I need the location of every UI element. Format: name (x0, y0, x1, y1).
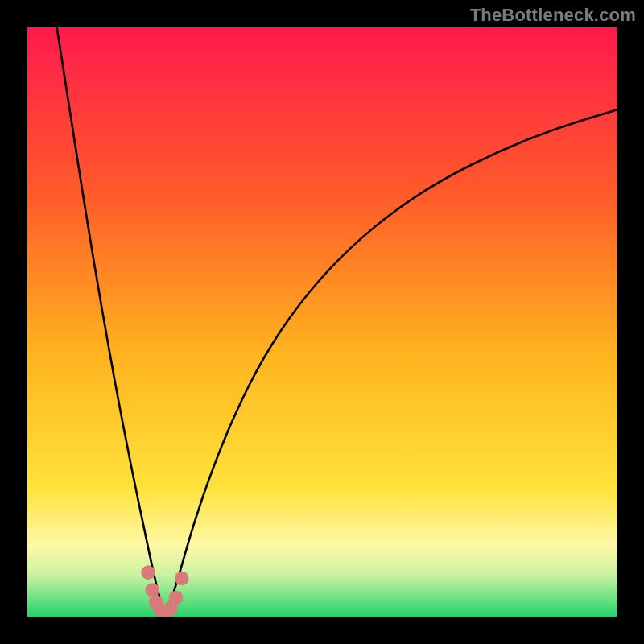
marker-dot (169, 591, 184, 605)
chart-plot-area (27, 27, 617, 617)
gradient-background (27, 27, 617, 617)
watermark-text: TheBottleneck.com (470, 5, 636, 26)
chart-svg (27, 27, 617, 617)
marker-dot (141, 565, 155, 580)
chart-frame: TheBottleneck.com (0, 0, 644, 644)
marker-dot (175, 572, 189, 586)
